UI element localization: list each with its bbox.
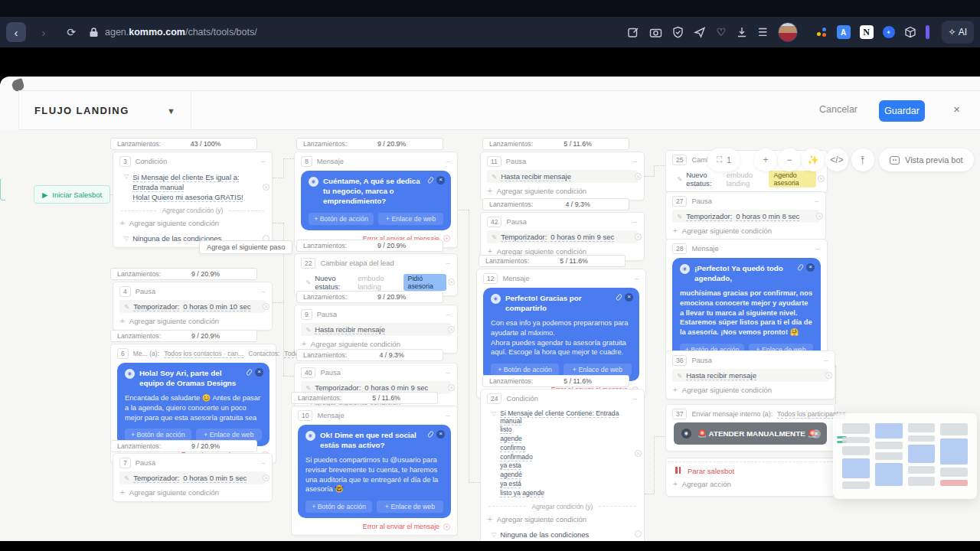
wait-row[interactable]: ✎Hasta recibir mensaje×: [487, 170, 638, 183]
wait-port[interactable]: ×: [635, 173, 642, 180]
timer-row[interactable]: ✎Temporizador:0 horas 0 min 8 sec×: [672, 210, 819, 223]
add-next-condition[interactable]: +Agregar siguiente condición: [113, 315, 272, 330]
node-menu-icon[interactable]: –: [633, 395, 638, 403]
attach-icon[interactable]: [797, 263, 804, 271]
condition-values[interactable]: listo agende confirmo confirmado ya esta…: [500, 425, 633, 498]
recipient[interactable]: Todos los contactos · can...: [164, 350, 243, 357]
wait-port[interactable]: ×: [825, 372, 832, 379]
address-bar[interactable]: agen.kommo.com/chats/tools/bots/: [89, 27, 619, 37]
shield-icon[interactable]: [672, 26, 684, 38]
dots-extension-icon[interactable]: [815, 26, 828, 38]
menu-icon[interactable]: ☰: [758, 27, 768, 37]
attach-icon[interactable]: [246, 368, 253, 376]
node-menu-icon[interactable]: –: [446, 259, 451, 267]
add-weblink-button[interactable]: + Enlace de web: [564, 364, 632, 376]
delete-message-icon[interactable]: ×: [806, 263, 815, 272]
node-menu-icon[interactable]: –: [261, 158, 266, 165]
flow-canvas[interactable]: Lanzamientos:43 / 100% 3Condición– ▽Si M…: [0, 130, 980, 541]
delete-message-icon[interactable]: ×: [436, 176, 445, 184]
blue-orb-extension-icon[interactable]: ✦: [883, 26, 895, 38]
timer-port[interactable]: ×: [263, 303, 270, 310]
add-action-button[interactable]: + Botón de acción: [305, 500, 372, 513]
timer-port[interactable]: ×: [448, 384, 455, 391]
add-action-button[interactable]: + Botón de acción: [309, 213, 374, 225]
condition-text[interactable]: Si Mensaje del cliente Es igual a: Entra…: [132, 172, 243, 202]
status-row[interactable]: ✎Nuevo estatus:embudo landingPidió aseso…: [301, 272, 451, 293]
node-pause-9[interactable]: 9Pausa– ✎Hasta recibir mensaje× +Agregar…: [294, 305, 458, 354]
node-menu-icon[interactable]: –: [446, 369, 451, 377]
delete-message-icon[interactable]: ×: [812, 429, 821, 439]
node-condition-3[interactable]: 3Condición– ▽Si Mensaje del cliente Es i…: [113, 152, 273, 248]
camera-icon[interactable]: [649, 26, 662, 38]
attach-icon[interactable]: [427, 430, 434, 438]
node-menu-icon[interactable]: –: [261, 288, 266, 295]
node-pause-4[interactable]: 4Pausa– ✎Temporizador:0 horas 0 min 10 s…: [113, 282, 273, 331]
timer-row[interactable]: ✎Temporizador:0 horas 0 min 5 sec×: [119, 471, 266, 484]
node-internal-message-37[interactable]: 37Enviar mensaje interno (a):Todos los p…: [665, 404, 835, 452]
close-icon[interactable]: ×: [953, 103, 960, 116]
status-row[interactable]: ✎Nuevo estatus:embudo landingAgendo ases…: [672, 168, 821, 190]
add-condition-and[interactable]: Agregar condición (y): [121, 207, 264, 214]
send-error-row[interactable]: Error al enviar el mensaje+: [292, 520, 457, 535]
stage-tag[interactable]: Agendo asesoria: [769, 171, 816, 187]
reload-button[interactable]: ⟳: [61, 22, 81, 42]
error-port[interactable]: +: [443, 235, 450, 242]
node-pause-11[interactable]: 11Pausa– ✎Hasta recibir mensaje× +Agrega…: [480, 152, 645, 201]
magic-wand-button[interactable]: ✨: [802, 148, 825, 171]
pin-extension-icon[interactable]: [926, 25, 929, 39]
cube-extension-icon[interactable]: [904, 26, 916, 38]
bot-preview-button[interactable]: Vista previa bot: [879, 148, 974, 171]
add-weblink-button[interactable]: + Enlace de web: [377, 500, 443, 513]
timer-port[interactable]: ×: [635, 233, 642, 240]
cancel-button[interactable]: Cancelar: [819, 104, 858, 115]
node-menu-icon[interactable]: –: [261, 459, 266, 467]
add-next-condition[interactable]: +Agregar siguiente condición: [113, 217, 272, 232]
node-menu-icon[interactable]: –: [816, 245, 821, 253]
node-menu-icon[interactable]: –: [446, 158, 451, 165]
node-menu-icon[interactable]: –: [824, 357, 828, 364]
add-weblink-button[interactable]: + Enlace de web: [378, 213, 443, 225]
node-message-10[interactable]: 10Mensaje– ✳Ok! Dime en que red social e…: [291, 406, 458, 536]
node-change-stage-22[interactable]: 22Cambiar etapa del lead– ✎Nuevo estatus…: [294, 253, 458, 296]
add-action-button[interactable]: + Botón de acción: [125, 429, 191, 441]
condition-port[interactable]: ×: [635, 450, 642, 457]
error-port[interactable]: +: [443, 523, 450, 530]
add-weblink-button[interactable]: + Enlace de web: [196, 429, 263, 441]
node-menu-icon[interactable]: –: [446, 412, 451, 419]
save-button[interactable]: Guardar: [879, 100, 925, 122]
message-bubble[interactable]: ✳¡Perfecto! Ya quedó todo agendado, much…: [672, 258, 821, 361]
status-port[interactable]: ×: [448, 279, 455, 285]
internal-note-bubble[interactable]: ✳🚨 ATENDER MANUALMENTE 🚨×: [674, 422, 827, 445]
node-pause-27[interactable]: 27Pausa– ✎Temporizador:0 horas 0 min 8 s…: [665, 191, 826, 240]
share-button[interactable]: ⭱: [851, 148, 874, 171]
node-pause-7[interactable]: 7Pausa– ✎Temporizador:0 horas 0 min 5 se…: [113, 453, 273, 502]
attach-icon[interactable]: [427, 176, 434, 184]
add-condition-and[interactable]: Agregar condición (y): [488, 503, 636, 510]
node-menu-icon[interactable]: –: [633, 218, 638, 226]
add-next-condition[interactable]: +Agregar siguiente condición: [113, 487, 272, 501]
node-stop-salesbot[interactable]: Parar salesbot +Agregar acción: [665, 458, 835, 497]
add-next-condition[interactable]: +Agregar siguiente condición: [666, 225, 825, 240]
profile-avatar[interactable]: [778, 22, 798, 42]
none-port[interactable]: [635, 530, 642, 537]
notion-extension-icon[interactable]: N: [860, 25, 874, 39]
node-pause-40[interactable]: 40Pausa– ✎Temporizador:0 horas 0 min 9 s…: [294, 363, 458, 412]
node-menu-icon[interactable]: –: [633, 158, 638, 165]
timer-port[interactable]: ×: [816, 213, 823, 220]
forward-button[interactable]: ›: [34, 22, 54, 42]
code-view-button[interactable]: </>: [825, 148, 848, 171]
stop-salesbot-row[interactable]: Parar salesbot: [668, 461, 833, 477]
message-bubble[interactable]: ✳Perfecto! Gracias por compartirlo Con e…: [483, 288, 639, 381]
zoom-out-button[interactable]: −: [778, 148, 801, 171]
node-menu-icon[interactable]: –: [815, 197, 819, 205]
heart-icon[interactable]: ♡: [716, 27, 726, 37]
node-message-8[interactable]: 8Mensaje– ✳Cuéntame, A qué se dedica tu …: [294, 152, 458, 248]
start-salesbot-button[interactable]: ▶Iniciar Salesbot: [34, 185, 110, 204]
message-bubble[interactable]: ✳Hola! Soy Ari, parte del equipo de Oram…: [117, 363, 270, 446]
timer-row[interactable]: ✎Temporizador:0 horas 0 min 10 sec×: [119, 300, 266, 313]
condition-head[interactable]: Si Mensaje del cliente Contiene: Entrada…: [500, 409, 619, 425]
add-action-row[interactable]: +Agregar acción: [666, 477, 835, 493]
delete-message-icon[interactable]: ×: [255, 368, 263, 377]
condition-port[interactable]: ×: [263, 184, 270, 191]
bot-name-selector[interactable]: FLUJO LANDING ▼: [18, 91, 191, 130]
